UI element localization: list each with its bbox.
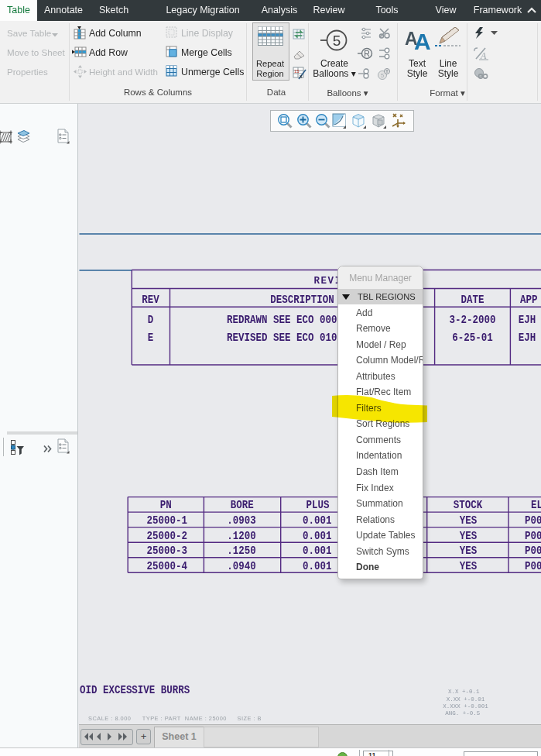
svg-text:3-2-2000: 3-2-2000 <box>449 314 495 326</box>
svg-text:0.001: 0.001 <box>303 545 331 557</box>
svg-text:REDRAWN SEE ECO 0001: REDRAWN SEE ECO 0001 <box>227 314 343 326</box>
svg-text:DATE: DATE <box>461 294 484 306</box>
svg-text:APP: APP <box>520 294 537 306</box>
svg-text:P000: P000 <box>525 545 541 557</box>
svg-text:DESCRIPTION: DESCRIPTION <box>270 294 334 306</box>
svg-text:BORE: BORE <box>231 499 254 511</box>
svg-text:0.001: 0.001 <box>303 514 331 527</box>
svg-text:PLUS: PLUS <box>306 499 329 511</box>
svg-text:D: D <box>148 314 153 326</box>
svg-text:ANG. +-0.5: ANG. +-0.5 <box>445 710 481 716</box>
svg-text:25000-1: 25000-1 <box>146 514 187 527</box>
svg-text:YES: YES <box>460 514 477 527</box>
svg-text:P000: P000 <box>525 530 541 542</box>
svg-text:0.001: 0.001 <box>303 530 331 542</box>
svg-text:PN: PN <box>160 499 172 511</box>
svg-text:25000-2: 25000-2 <box>146 530 187 542</box>
svg-text:NAME : 25000: NAME : 25000 <box>185 715 227 722</box>
svg-text:.1250: .1250 <box>227 545 255 557</box>
svg-text:EL: EL <box>531 499 541 511</box>
svg-text:P000: P000 <box>525 514 541 527</box>
svg-text:STOCK: STOCK <box>454 499 483 511</box>
svg-text:X.X +-0.1: X.X +-0.1 <box>448 689 480 695</box>
svg-text:X.XX +-0.01: X.XX +-0.01 <box>447 696 485 703</box>
svg-text:X.XXX +-0.001: X.XXX +-0.001 <box>443 703 488 710</box>
svg-text:REVISED SEE ECO 0103: REVISED SEE ECO 0103 <box>227 332 343 344</box>
svg-text:YES: YES <box>460 530 477 542</box>
svg-text:YES: YES <box>460 560 477 572</box>
svg-text:.0940: .0940 <box>227 560 255 572</box>
svg-text:6-25-01: 6-25-01 <box>452 332 492 344</box>
svg-text:YES: YES <box>460 545 477 557</box>
svg-text:SIZE : B: SIZE : B <box>238 715 262 722</box>
svg-text:E: E <box>148 332 153 344</box>
svg-text:25000-3: 25000-3 <box>146 545 187 557</box>
svg-text:REV: REV <box>142 294 159 306</box>
svg-text:OID EXCESSIVE BURRS: OID EXCESSIVE BURRS <box>80 685 190 697</box>
svg-text:SCALE : 8.000: SCALE : 8.000 <box>88 715 131 722</box>
svg-text:25000-4: 25000-4 <box>146 560 187 572</box>
svg-text:.0903: .0903 <box>227 514 255 527</box>
svg-text:0.001: 0.001 <box>303 560 331 572</box>
svg-text:P000: P000 <box>525 560 541 572</box>
svg-text:.1200: .1200 <box>227 530 255 542</box>
svg-text:EJH: EJH <box>519 314 536 326</box>
svg-text:TYPE : PART: TYPE : PART <box>142 715 181 722</box>
svg-text:EJH: EJH <box>519 332 536 344</box>
